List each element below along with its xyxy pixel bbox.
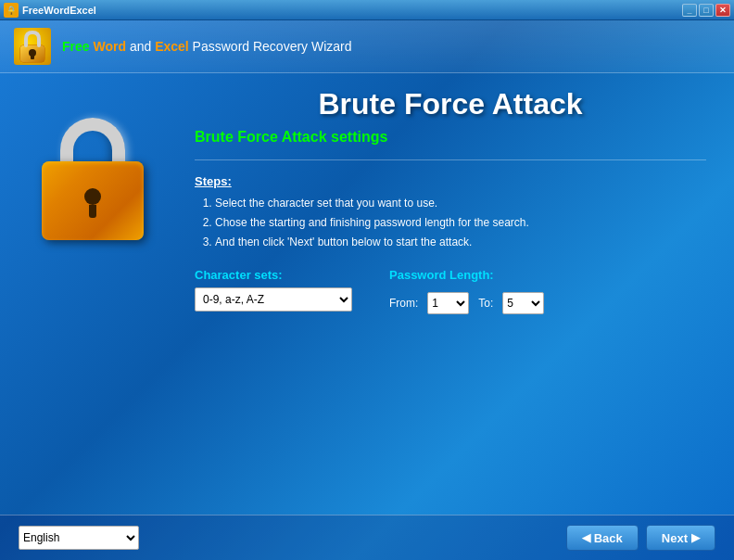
step-1: Select the character set that you want t…	[215, 196, 706, 211]
from-to-row: From: 1 2 3 4 5 To: 1 2 3	[389, 292, 544, 314]
steps-list: Select the character set that you want t…	[195, 196, 706, 249]
header-free: Free	[62, 39, 90, 54]
nav-buttons: ◀ Back Next ▶	[566, 525, 715, 551]
settings-row: Character sets: 0-9, a-z, A-Z 0-9 a-z A-…	[195, 268, 706, 314]
divider	[195, 159, 706, 160]
app-icon: 🔒	[4, 3, 19, 18]
app-container: Free Word and Excel Password Recovery Wi…	[0, 20, 734, 560]
from-label: From:	[389, 297, 418, 310]
back-label: Back	[594, 531, 623, 545]
left-panel	[0, 73, 185, 515]
password-length-label: Password Length:	[389, 268, 544, 282]
lock-keyhole	[84, 188, 101, 205]
next-button[interactable]: Next ▶	[646, 525, 715, 551]
char-sets-select[interactable]: 0-9, a-z, A-Z 0-9 a-z A-Z 0-9, a-z 0-9, …	[195, 287, 352, 312]
svg-rect-5	[31, 55, 34, 59]
section-title: Brute Force Attack settings	[195, 129, 706, 146]
header-rest: Password Recovery Wizard	[193, 39, 352, 54]
right-content: Brute Force Attack Brute Force Attack se…	[185, 73, 734, 515]
language-select-wrap: English Français Deutsch Español	[19, 526, 139, 550]
steps-label: Steps:	[195, 174, 706, 188]
step-2: Chose the starting and finishing passwor…	[215, 215, 706, 231]
from-select[interactable]: 1 2 3 4 5	[427, 292, 469, 314]
header-excel: Excel	[155, 39, 189, 54]
header-and: and	[130, 39, 155, 54]
password-length-group: Password Length: From: 1 2 3 4 5 To: 1	[389, 268, 544, 314]
titlebar-controls: _ □ ✕	[682, 4, 730, 17]
back-chevron-icon: ◀	[582, 531, 590, 544]
titlebar: 🔒 FreeWordExcel _ □ ✕	[0, 0, 734, 20]
header-lock-icon	[14, 28, 51, 65]
back-button[interactable]: ◀ Back	[566, 525, 639, 551]
titlebar-left: 🔒 FreeWordExcel	[4, 3, 96, 18]
minimize-button[interactable]: _	[682, 4, 697, 17]
char-sets-label: Character sets:	[195, 268, 352, 282]
next-chevron-icon: ▶	[691, 531, 700, 544]
char-sets-group: Character sets: 0-9, a-z, A-Z 0-9 a-z A-…	[195, 268, 352, 312]
language-select[interactable]: English Français Deutsch Español	[19, 526, 139, 550]
svg-text:🔒: 🔒	[6, 5, 18, 17]
to-label: To:	[478, 297, 493, 310]
big-lock-icon	[32, 110, 153, 249]
page-title: Brute Force Attack	[195, 87, 706, 121]
content-area: Brute Force Attack Brute Force Attack se…	[0, 73, 734, 515]
next-label: Next	[662, 531, 688, 545]
header-word: Word	[93, 39, 126, 54]
maximize-button[interactable]: □	[699, 4, 714, 17]
step-3: And then click 'Next' button below to st…	[215, 235, 706, 250]
header-strip: Free Word and Excel Password Recovery Wi…	[0, 20, 734, 73]
header-title: Free Word and Excel Password Recovery Wi…	[62, 39, 352, 54]
to-select[interactable]: 1 2 3 4 5 6 7 8	[502, 292, 544, 314]
bottom-bar: English Français Deutsch Español ◀ Back …	[0, 515, 734, 560]
lock-body	[42, 161, 144, 240]
close-button[interactable]: ✕	[715, 4, 730, 17]
app-title: FreeWordExcel	[22, 5, 96, 16]
